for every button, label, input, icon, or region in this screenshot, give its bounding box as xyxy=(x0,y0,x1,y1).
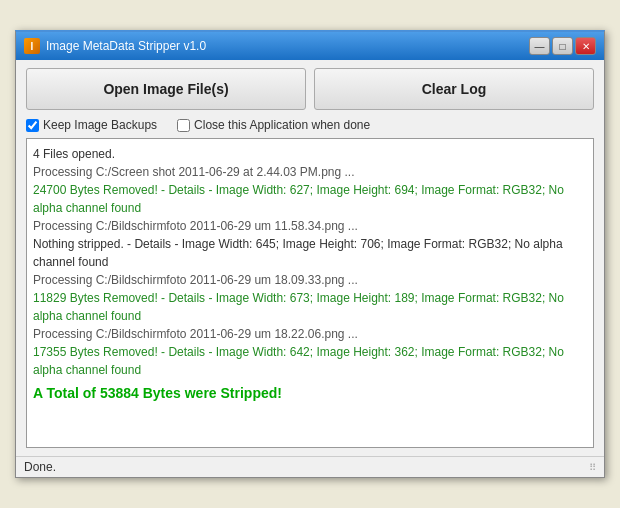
main-window: I Image MetaData Stripper v1.0 — □ ✕ Ope… xyxy=(15,30,605,478)
status-text: Done. xyxy=(24,460,56,474)
log-line: 11829 Bytes Removed! - Details - Image W… xyxy=(33,289,587,325)
log-area: 4 Files opened.Processing C:/Screen shot… xyxy=(26,138,594,448)
minimize-button[interactable]: — xyxy=(529,37,550,55)
keep-backups-checkbox[interactable] xyxy=(26,119,39,132)
log-line: A Total of 53884 Bytes were Stripped! xyxy=(33,383,587,404)
app-icon: I xyxy=(24,38,40,54)
close-when-done-option[interactable]: Close this Application when done xyxy=(177,118,370,132)
close-when-done-label: Close this Application when done xyxy=(194,118,370,132)
keep-backups-label: Keep Image Backups xyxy=(43,118,157,132)
log-line: 24700 Bytes Removed! - Details - Image W… xyxy=(33,181,587,217)
log-line: 4 Files opened. xyxy=(33,145,587,163)
statusbar: Done. ⠿ xyxy=(16,456,604,477)
toolbar: Open Image File(s) Clear Log xyxy=(26,68,594,110)
close-when-done-checkbox[interactable] xyxy=(177,119,190,132)
maximize-button[interactable]: □ xyxy=(552,37,573,55)
log-line: Nothing stripped. - Details - Image Widt… xyxy=(33,235,587,271)
log-line: Processing C:/Bildschirmfoto 2011-06-29 … xyxy=(33,271,587,289)
window-title: Image MetaData Stripper v1.0 xyxy=(46,39,206,53)
open-image-button[interactable]: Open Image File(s) xyxy=(26,68,306,110)
close-button[interactable]: ✕ xyxy=(575,37,596,55)
titlebar: I Image MetaData Stripper v1.0 — □ ✕ xyxy=(16,32,604,60)
content-area: Open Image File(s) Clear Log Keep Image … xyxy=(16,60,604,456)
keep-backups-option[interactable]: Keep Image Backups xyxy=(26,118,157,132)
log-line: Processing C:/Screen shot 2011-06-29 at … xyxy=(33,163,587,181)
log-line: Processing C:/Bildschirmfoto 2011-06-29 … xyxy=(33,325,587,343)
log-line: Processing C:/Bildschirmfoto 2011-06-29 … xyxy=(33,217,587,235)
titlebar-controls: — □ ✕ xyxy=(529,37,596,55)
log-line: 17355 Bytes Removed! - Details - Image W… xyxy=(33,343,587,379)
clear-log-button[interactable]: Clear Log xyxy=(314,68,594,110)
app-icon-text: I xyxy=(31,41,34,52)
options-bar: Keep Image Backups Close this Applicatio… xyxy=(26,118,594,132)
titlebar-left: I Image MetaData Stripper v1.0 xyxy=(24,38,206,54)
resize-grip: ⠿ xyxy=(589,462,596,473)
